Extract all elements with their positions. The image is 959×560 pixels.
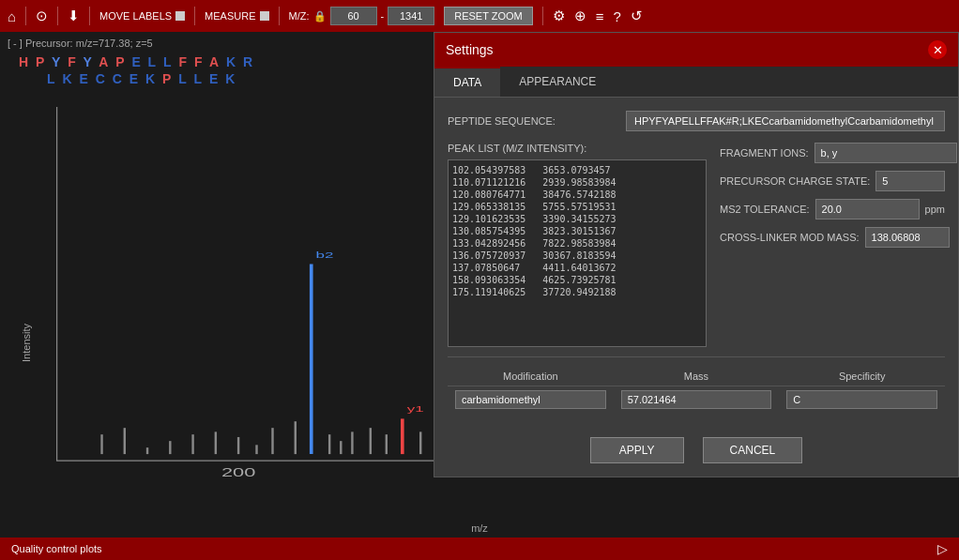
reset-zoom-label: RESET ZOOM [454,10,523,22]
precursor-charge-input[interactable] [875,171,945,191]
help-button[interactable]: ? [613,8,620,24]
main-content: [ - ] Precursor: m/z=717.38; z=5 H P Y F… [0,32,959,537]
mz-min-input[interactable] [330,7,377,25]
peak-list-label: PEAK LIST (M/Z INTENSITY): [448,143,707,154]
mod-col-mass: Mass [614,367,780,386]
aa-F: F [62,54,77,69]
aa-A: A [94,54,110,69]
modification-table: Modification Mass Specificity [448,367,945,413]
measure-button[interactable]: MEASURE [205,10,268,22]
aa-E3: E [124,71,140,86]
cancel-label: CANCEL [730,444,776,457]
aa-L: L [143,54,158,69]
home-button[interactable]: ⌂ [8,8,16,24]
peak-row: 102.054397583 3653.0793457 [452,164,702,176]
aa-E2: E [74,71,90,86]
cancel-button[interactable]: CANCEL [703,437,803,463]
crosslinker-mod-row: CROSS-LINKER MOD MASS: [720,227,945,248]
separator [89,7,90,25]
mod-col-specificity: Specificity [779,367,945,386]
move-labels-indicator [175,11,185,21]
peak-row: 175.119140625 37720.9492188 [452,286,702,298]
precursor-charge-row: PRECURSOR CHARGE STATE: [720,171,945,191]
tab-data[interactable]: DATA [434,67,500,97]
ms2-tolerance-unit: ppm [925,204,945,215]
peak-row: 136.075720937 30367.8183594 [452,250,702,262]
aa-E4: E [204,71,220,86]
mod-name-input[interactable] [455,390,606,409]
share-button[interactable]: ⊕ [574,8,586,24]
aa-P2: P [110,54,126,69]
peak-row: 133.042892456 7822.98583984 [452,237,702,250]
fragment-ions-input[interactable] [814,143,957,163]
peak-row: 129.101623535 3390.34155273 [452,213,702,225]
ms2-tolerance-input[interactable] [815,199,920,219]
aa-C2: C [107,71,124,86]
peak-row: 158.093063354 4625.73925781 [452,274,702,286]
settings-tabs: DATA APPEARANCE [434,67,958,98]
aa-K3: K [140,71,157,86]
mod-specificity-cell [779,386,945,414]
aa-L3: L [47,71,57,86]
aa-P3: P [157,71,173,86]
aa-L2: L [158,54,173,69]
settings-close-button[interactable]: ✕ [928,40,947,59]
move-labels-button[interactable]: MOVE LABELS [99,10,185,22]
aa-K2: K [57,71,74,86]
peak-list-box[interactable]: 102.054397583 3653.0793457 110.071121216… [448,159,707,347]
expand-icon: ▷ [937,541,948,556]
peptide-sequence-label: PEPTIDE SEQUENCE: [448,115,616,127]
settings-button[interactable]: ⚙ [553,8,565,24]
undo-button[interactable]: ↺ [631,8,643,24]
peptide-sequence-row: PEPTIDE SEQUENCE: [448,111,945,131]
mod-col-modification: Modification [448,367,614,386]
modification-table-section: Modification Mass Specificity [448,356,945,413]
aa-K4: K [220,71,236,86]
aa-C: C [90,71,107,86]
github-button[interactable]: ⊙ [36,8,48,24]
settings-body: PEPTIDE SEQUENCE: PEAK LIST (M/Z INTENSI… [434,98,958,426]
mz-max-input[interactable] [388,7,434,25]
aa-F3: F [174,54,189,69]
aa-R: R [237,54,254,69]
crosslinker-mod-label: CROSS-LINKER MOD MASS: [720,232,860,243]
aa-L4: L [173,71,188,86]
tab-appearance[interactable]: APPEARANCE [500,67,615,97]
mz-range-section: M/Z: 🔒 - [289,7,435,25]
mod-mass-input[interactable] [621,390,772,409]
separator [25,7,26,25]
aa-A2: A [205,54,221,69]
apply-label: APPLY [619,444,655,457]
mod-specificity-input[interactable] [786,390,937,409]
expand-button[interactable]: ▷ [937,541,948,556]
mz-label: M/Z: [289,10,310,22]
peptide-sequence-input[interactable] [626,111,945,131]
apply-button[interactable]: APPLY [590,437,684,463]
menu-button[interactable]: ≡ [596,8,604,24]
svg-text:y1: y1 [407,403,424,414]
download-button[interactable]: ⬇ [68,8,80,24]
mod-table-row [448,386,945,414]
aa-L5: L [189,71,204,86]
separator [279,7,280,25]
separator [57,7,58,25]
separator [194,7,195,25]
fragment-ions-row: FRAGMENT IONS: [720,143,945,163]
peak-list-section: PEAK LIST (M/Z INTENSITY): 102.054397583… [448,143,707,347]
svg-text:200: 200 [221,466,256,479]
precursor-charge-label: PRECURSOR CHARGE STATE: [720,175,870,187]
move-labels-label: MOVE LABELS [99,10,172,22]
separator [542,7,543,25]
aa-E: E [127,54,143,69]
svg-text:b2: b2 [316,249,334,259]
aa-Y: Y [46,54,62,69]
data-content-section: PEAK LIST (M/Z INTENSITY): 102.054397583… [448,143,945,347]
reset-zoom-button[interactable]: RESET ZOOM [444,7,533,25]
fragment-ions-label: FRAGMENT IONS: [720,147,809,159]
settings-modal: Settings ✕ DATA APPEARANCE PEPTIDE SEQUE… [434,32,959,477]
peak-row: 110.071121216 2939.98583984 [452,176,702,189]
crosslinker-mod-input[interactable] [865,227,950,248]
mz-dash: - [381,10,385,22]
settings-title: Settings [446,42,494,57]
aa-H: H [19,54,30,69]
